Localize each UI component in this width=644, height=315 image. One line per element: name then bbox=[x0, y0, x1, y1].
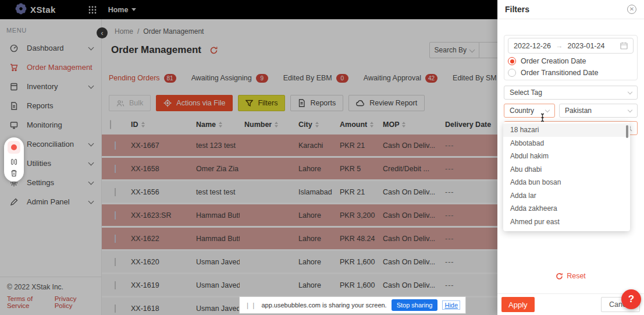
arrow-right-icon: → bbox=[556, 42, 563, 50]
city-option[interactable]: Ahmed pur east bbox=[503, 215, 630, 229]
share-message: app.usebubbles.com is sharing your scree… bbox=[261, 302, 386, 309]
city-option[interactable]: Adda zakheera bbox=[503, 202, 630, 215]
date-range-input[interactable]: 2022-12-26 → 2023-01-24 bbox=[508, 38, 634, 54]
date-to: 2023-01-24 bbox=[567, 42, 604, 50]
city-option[interactable]: Abu dhabi bbox=[503, 163, 630, 176]
date-from: 2022-12-26 bbox=[514, 42, 551, 50]
screen: XStak Home MENU Dashboard bbox=[0, 0, 644, 315]
select-tag-label: Select Tag bbox=[510, 89, 628, 97]
radio-order-creation-date[interactable]: Order Creation Date bbox=[508, 57, 634, 65]
chevron-down-icon bbox=[628, 108, 632, 112]
record-dot-icon bbox=[11, 144, 17, 150]
reset-icon bbox=[556, 272, 563, 280]
apply-button[interactable]: Apply bbox=[501, 297, 535, 312]
pause-icon[interactable] bbox=[11, 159, 17, 165]
radio-selected-icon bbox=[508, 57, 516, 65]
chevron-down-icon bbox=[628, 90, 632, 94]
radio-label: Order Transitioned Date bbox=[521, 69, 598, 77]
text-cursor bbox=[539, 113, 546, 125]
city-option[interactable]: 18 hazari bbox=[503, 123, 630, 137]
filters-title: Filters bbox=[505, 5, 529, 14]
reset-button[interactable]: Reset bbox=[497, 272, 644, 280]
help-button[interactable]: ? bbox=[621, 289, 641, 309]
city-option[interactable]: Abdul hakim bbox=[503, 150, 630, 163]
radio-order-transitioned-date[interactable]: Order Transitioned Date bbox=[508, 69, 634, 77]
city-option[interactable]: Adda bun bosan bbox=[503, 176, 630, 189]
country-value: Pakistan bbox=[565, 107, 628, 115]
city-dropdown-list: 18 hazari Abbotabad Abdul hakim Abu dhab… bbox=[503, 122, 630, 231]
drag-handle-icon[interactable]: ❘❘ bbox=[245, 302, 257, 309]
stop-sharing-button[interactable]: Stop sharing bbox=[392, 299, 438, 311]
city-option[interactable]: Adda lar bbox=[503, 189, 630, 203]
radio-unselected-icon bbox=[508, 69, 516, 77]
dim-overlay bbox=[0, 0, 497, 315]
hide-link[interactable]: Hide bbox=[442, 300, 460, 310]
app-region: XStak Home MENU Dashboard bbox=[0, 0, 497, 315]
country-value-dropdown[interactable]: Pakistan bbox=[559, 104, 638, 118]
scrollbar-thumb[interactable] bbox=[626, 125, 628, 138]
city-option[interactable]: Abbotabad bbox=[503, 137, 630, 150]
close-icon[interactable]: ✕ bbox=[627, 5, 636, 14]
chevron-down-icon bbox=[545, 108, 550, 112]
calendar-icon bbox=[620, 42, 628, 49]
record-button[interactable] bbox=[8, 141, 20, 154]
country-type-dropdown[interactable]: Country bbox=[504, 104, 555, 118]
trash-icon[interactable] bbox=[10, 169, 17, 177]
reset-label: Reset bbox=[567, 272, 586, 280]
filters-drawer: Filters ✕ 2022-12-26 → 2023-01-24 Order … bbox=[497, 0, 644, 315]
radio-label: Order Creation Date bbox=[521, 57, 586, 65]
screen-recorder-widget bbox=[4, 137, 24, 182]
date-filter-group: 2022-12-26 → 2023-01-24 Order Creation D… bbox=[504, 35, 638, 80]
screen-share-bar: ❘❘ app.usebubbles.com is sharing your sc… bbox=[239, 296, 466, 314]
select-tag-dropdown[interactable]: Select Tag bbox=[504, 86, 638, 100]
